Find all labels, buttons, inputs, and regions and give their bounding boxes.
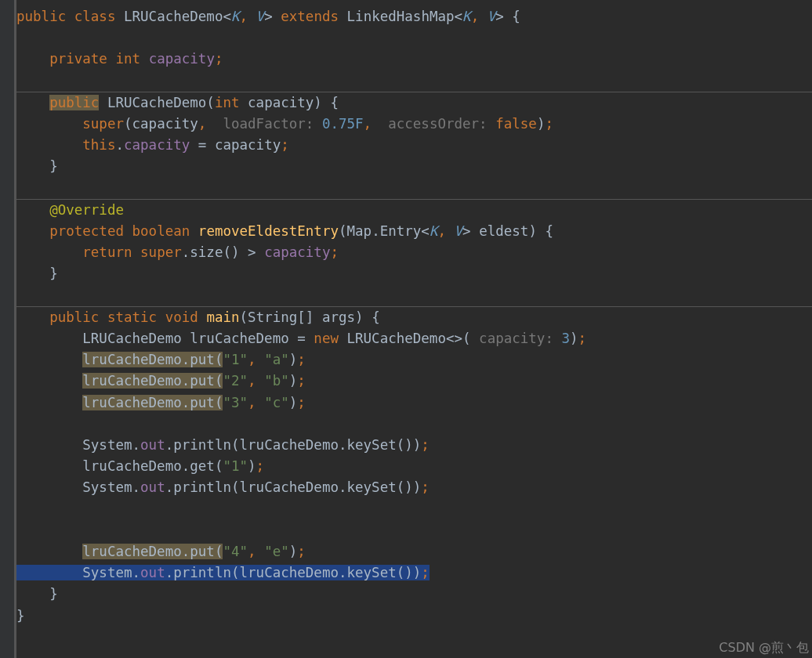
code-editor[interactable]: public class LRUCacheDemo<K, V> extends … (0, 0, 812, 658)
code-line: public LRUCacheDemo(int capacity) { (16, 95, 339, 110)
code-line: public static void main(String[] args) { (16, 309, 380, 325)
code-line (16, 287, 25, 303)
code-line: protected boolean removeEldestEntry(Map.… (16, 223, 553, 239)
code-line: System.out.println(lruCacheDemo.keySet()… (16, 479, 430, 495)
code-line: } (16, 608, 25, 624)
code-line: } (16, 586, 58, 602)
code-line: } (16, 158, 58, 174)
code-line (16, 416, 25, 432)
code-line: System.out.println(lruCacheDemo.keySet()… (16, 437, 430, 453)
code-line: super(capacity, loadFactor: 0.75F, acces… (16, 116, 553, 132)
gutter (0, 0, 16, 658)
code-line (16, 73, 25, 89)
code-line: @Override (16, 202, 124, 218)
watermark: CSDN @煎丶包 (719, 640, 809, 656)
code-line: lruCacheDemo.get("1"); (16, 458, 264, 474)
code-line-current: System.out.println(lruCacheDemo.keySet()… (16, 565, 430, 580)
code-line: lruCacheDemo.put("1", "a"); (16, 352, 306, 367)
code-line: private int capacity; (16, 51, 223, 67)
code-line: lruCacheDemo.put("3", "c"); (16, 395, 306, 410)
code-line: lruCacheDemo.put("4", "e"); (16, 544, 306, 559)
code-line (16, 180, 25, 196)
code-line: lruCacheDemo.put("2", "b"); (16, 373, 306, 389)
code-line: } (16, 266, 58, 281)
code-block: public class LRUCacheDemo<K, V> extends … (16, 6, 812, 92)
code-line: return super.size() > capacity; (16, 244, 339, 260)
code-surface[interactable]: public class LRUCacheDemo<K, V> extends … (16, 0, 812, 658)
code-line (16, 30, 25, 45)
code-line (16, 522, 25, 538)
code-line (16, 501, 25, 517)
code-line: LRUCacheDemo lruCacheDemo = new LRUCache… (16, 331, 586, 346)
code-block: @Override protected boolean removeEldest… (16, 200, 812, 306)
code-line: public class LRUCacheDemo<K, V> extends … (16, 9, 520, 24)
code-line: this.capacity = capacity; (16, 137, 289, 153)
code-block: public LRUCacheDemo(int capacity) { supe… (16, 92, 812, 199)
code-block: public static void main(String[] args) {… (16, 307, 812, 627)
